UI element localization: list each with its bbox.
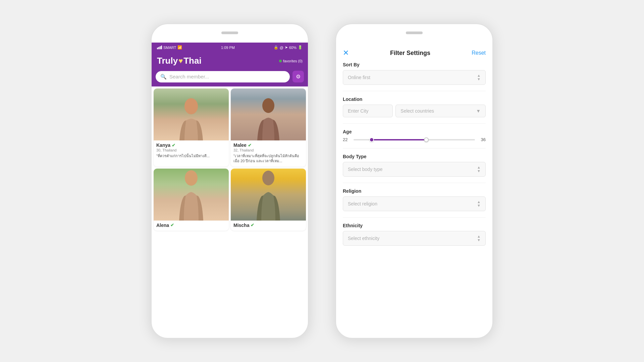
- svg-point-0: [184, 98, 198, 114]
- right-phone: ✕ Filter Settings Reset Sort By Online f…: [335, 23, 493, 339]
- verified-icon-mischa: ✔: [251, 223, 254, 228]
- member-info-alena: Alena ✔: [154, 221, 229, 231]
- ethnicity-placeholder: Select ethnicity: [348, 236, 379, 241]
- location-label: Location: [343, 97, 486, 102]
- religion-select[interactable]: Select religion ▲▼: [343, 196, 486, 211]
- kanya-silhouette: [178, 97, 205, 140]
- logo-text-thai: Thai: [183, 56, 201, 66]
- member-name-row-malee: Malee ✔: [233, 142, 303, 148]
- divider-2: [343, 123, 486, 124]
- member-photo-malee: [231, 88, 306, 140]
- divider-4: [343, 183, 486, 183]
- at-icon: @: [280, 46, 283, 50]
- nav-icon: ➤: [285, 45, 288, 50]
- speaker-left: [221, 32, 238, 34]
- sort-by-section: Sort By Online first ▲▼: [336, 62, 492, 91]
- logo-heart-icon: ♥: [178, 57, 183, 65]
- member-card-alena[interactable]: Alena ✔: [154, 169, 229, 231]
- member-photo-kanya: [154, 88, 229, 140]
- member-name-malee: Malee: [233, 142, 247, 148]
- age-label: Age: [343, 129, 486, 134]
- wifi-icon: 📶: [177, 45, 182, 50]
- age-row: 22 36: [343, 137, 486, 142]
- filter-container: ✕ Filter Settings Reset Sort By Online f…: [336, 24, 492, 338]
- location-section: Location Enter City Select countries ▼: [336, 97, 492, 123]
- member-name-kanya: Kanya: [156, 142, 170, 148]
- logo-text-truly: Truly: [157, 56, 178, 66]
- lock-icon: 🔒: [274, 45, 278, 50]
- member-quote-malee: "เวลาที่เหมาะที่สุดที่จะปลูกต้นไม้สักต้น…: [233, 154, 303, 164]
- location-row: Enter City Select countries ▼: [343, 105, 486, 117]
- sort-by-select[interactable]: Online first ▲▼: [343, 70, 486, 85]
- clock-time: 1:09 PM: [221, 46, 235, 50]
- age-section: Age 22 36: [336, 129, 492, 148]
- ethnicity-label: Ethnicity: [343, 223, 486, 228]
- svg-point-2: [185, 170, 198, 186]
- religion-section: Religion Select religion ▲▼: [336, 188, 492, 217]
- divider-3: [343, 148, 486, 148]
- divider-5: [343, 217, 486, 218]
- filter-title: Filter Settings: [390, 50, 430, 57]
- ethnicity-section: Ethnicity Select ethnicity ▲▼: [336, 223, 492, 252]
- battery-level: 60%: [289, 46, 297, 50]
- member-quote-kanya: "ที่ควรคำแก่การไปนั้นไม่มีทางลี...: [156, 154, 226, 159]
- search-input-box[interactable]: 🔍 Search member...: [156, 71, 290, 82]
- body-type-label: Body Type: [343, 154, 486, 159]
- ethnicity-arrows: ▲▼: [477, 235, 481, 242]
- city-input[interactable]: Enter City: [343, 105, 393, 117]
- favorites-badge[interactable]: favorites (0): [279, 59, 303, 63]
- member-info-mischa: Mischa ✔: [231, 221, 306, 231]
- filter-button[interactable]: ⚙: [292, 71, 304, 82]
- alena-silhouette: [178, 169, 205, 221]
- member-card-mischa[interactable]: Mischa ✔: [231, 169, 306, 231]
- member-location-malee: 32, Thailand: [233, 148, 303, 152]
- search-icon: 🔍: [160, 74, 167, 80]
- city-placeholder: Enter City: [348, 108, 368, 114]
- status-bar-left: SMART 📶 1:09 PM 🔒 @ ➤ 60% 🔋: [152, 43, 308, 52]
- filter-reset-button[interactable]: Reset: [472, 50, 486, 56]
- filter-topbar: ✕ Filter Settings Reset: [336, 43, 492, 62]
- age-slider-fill: [372, 139, 426, 140]
- sort-by-value: Online first: [348, 75, 370, 80]
- member-photo-alena: [154, 169, 229, 221]
- malee-silhouette: [255, 97, 282, 140]
- member-name-alena: Alena: [156, 223, 169, 228]
- verified-icon-malee: ✔: [248, 143, 252, 148]
- verified-icon-alena: ✔: [170, 223, 174, 228]
- religion-label: Religion: [343, 188, 486, 194]
- member-card-malee[interactable]: Malee ✔ 32, Thailand "เวลาที่เหมาะที่สุด…: [231, 88, 306, 167]
- religion-arrows: ▲▼: [477, 200, 481, 207]
- sort-by-arrows: ▲▼: [477, 74, 481, 81]
- member-location-kanya: 30, Thailand: [156, 148, 226, 152]
- carrier-name: SMART: [163, 46, 176, 50]
- member-name-row-kanya: Kanya ✔: [156, 142, 226, 148]
- member-info-malee: Malee ✔ 32, Thailand "เวลาที่เหมาะที่สุด…: [231, 140, 306, 167]
- country-dropdown-icon: ▼: [476, 108, 481, 114]
- battery-icon: 🔋: [298, 45, 303, 50]
- mischa-silhouette: [255, 169, 282, 221]
- divider-1: [343, 91, 486, 91]
- favorites-label: favorites (0): [283, 59, 303, 63]
- filter-close-button[interactable]: ✕: [343, 49, 349, 57]
- age-max-value: 36: [478, 137, 486, 142]
- body-type-arrows: ▲▼: [477, 166, 481, 173]
- body-type-select[interactable]: Select body type ▲▼: [343, 162, 486, 177]
- member-grid: Kanya ✔ 30, Thailand "ที่ควรคำแก่การไปนั…: [152, 86, 308, 233]
- age-slider-track[interactable]: [354, 139, 475, 140]
- signal-bars: [157, 46, 162, 49]
- ethnicity-select[interactable]: Select ethnicity ▲▼: [343, 231, 486, 246]
- svg-point-1: [262, 98, 274, 113]
- online-dot: [279, 60, 282, 62]
- search-input[interactable]: Search member...: [169, 74, 209, 79]
- status-right: 🔒 @ ➤ 60% 🔋: [274, 45, 303, 50]
- body-type-placeholder: Select body type: [348, 167, 383, 172]
- speaker-right: [406, 32, 423, 34]
- member-name-row-alena: Alena ✔: [156, 223, 226, 228]
- country-select[interactable]: Select countries ▼: [395, 105, 486, 117]
- app-header: Truly ♥ Thai favorites (0): [152, 52, 308, 71]
- age-slider-thumb-left[interactable]: [369, 137, 374, 142]
- member-card-kanya[interactable]: Kanya ✔ 30, Thailand "ที่ควรคำแก่การไปนั…: [154, 88, 229, 167]
- filter-icon: ⚙: [296, 74, 301, 79]
- country-placeholder: Select countries: [400, 108, 434, 114]
- age-slider-thumb-right[interactable]: [424, 137, 429, 142]
